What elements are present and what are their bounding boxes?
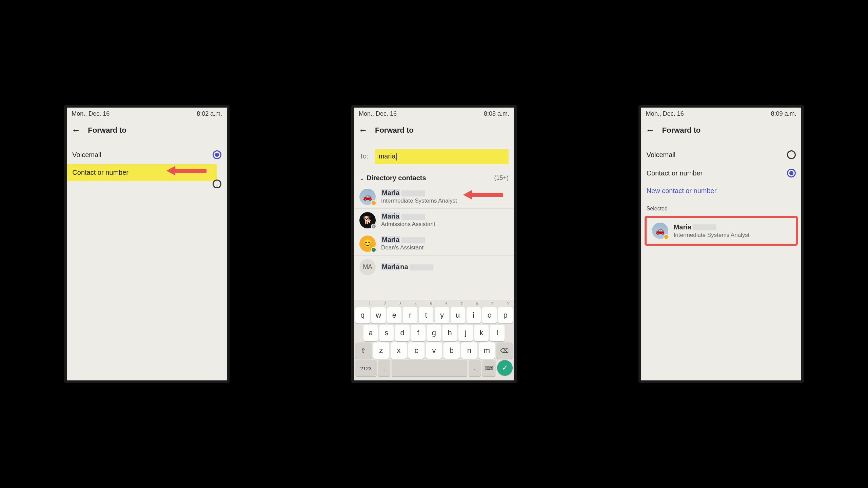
key-u[interactable]: u: [451, 307, 465, 323]
new-contact-or-number-link[interactable]: New contact or number: [641, 182, 801, 200]
status-time: 8:09 a.m.: [771, 110, 796, 117]
status-date: Mon., Dec. 16: [646, 110, 684, 117]
key-k[interactable]: k: [474, 325, 489, 341]
option-contact-or-number[interactable]: Contact or number: [67, 164, 217, 181]
key-c[interactable]: c: [408, 342, 425, 359]
to-field-row: To: maria: [354, 146, 514, 167]
keyboard-row-4: ?123 , . ⌨ ✓: [355, 360, 513, 376]
key-period[interactable]: .: [469, 360, 481, 376]
search-input[interactable]: maria: [375, 149, 509, 164]
key-comma[interactable]: ,: [378, 360, 390, 376]
contact-row[interactable]: Maria Intermediate Systems Analyst: [354, 185, 514, 209]
phone-panel-1: Mon., Dec. 16 8:02 a.m. ← Forward to Voi…: [64, 105, 230, 383]
key-j[interactable]: j: [458, 325, 473, 341]
option-voicemail-label: Voicemail: [72, 151, 101, 159]
back-arrow-icon[interactable]: ←: [359, 125, 368, 135]
key-o[interactable]: o: [482, 307, 497, 323]
presence-available-icon: ✓: [371, 247, 376, 252]
chevron-down-icon: ⌄: [359, 175, 364, 182]
radio-selected-icon[interactable]: [787, 169, 796, 177]
contact-name: Maria: [381, 236, 509, 244]
redacted-surname: [401, 214, 425, 220]
key-n[interactable]: n: [461, 342, 477, 359]
key-b[interactable]: b: [443, 342, 460, 359]
key-s[interactable]: s: [379, 325, 394, 341]
option-voicemail-label: Voicemail: [647, 151, 676, 159]
contact-role: Dean's Assistant: [381, 244, 509, 251]
avatar: MA: [359, 259, 376, 275]
keyboard-number-hints: 1234567890: [355, 302, 513, 306]
option-voicemail[interactable]: Voicemail: [67, 146, 227, 164]
redacted-surname: [401, 237, 425, 243]
key-i[interactable]: i: [467, 307, 481, 323]
app-bar: ← Forward to: [354, 119, 514, 146]
key-r[interactable]: r: [403, 307, 417, 323]
key-t[interactable]: t: [419, 307, 433, 323]
svg-marker-0: [166, 166, 206, 175]
presence-away-icon: [664, 234, 669, 240]
contact-role: Intermediate Systems Analyst: [674, 232, 790, 239]
status-date: Mon., Dec. 16: [72, 110, 110, 117]
key-backspace[interactable]: ⌫: [496, 342, 513, 359]
back-arrow-icon[interactable]: ←: [646, 125, 655, 135]
contact-name: Maria: [381, 212, 509, 220]
contact-name: Maria: [674, 223, 790, 231]
key-q[interactable]: q: [355, 307, 370, 323]
key-space[interactable]: [392, 360, 467, 376]
annotation-highlight-box: Maria Intermediate Systems Analyst: [645, 216, 798, 246]
keyboard-row-3: ⇧ z x c v b n m ⌫: [355, 342, 513, 359]
option-contact-label: Contact or number: [647, 169, 703, 177]
status-bar: Mon., Dec. 16 8:02 a.m.: [67, 108, 227, 119]
to-label: To:: [359, 152, 369, 160]
contact-row[interactable]: × Maria Admissions Assistant: [354, 209, 514, 232]
redacted-surname: [693, 224, 716, 230]
key-e[interactable]: e: [387, 307, 402, 323]
key-shift[interactable]: ⇧: [355, 342, 372, 359]
avatar: ✓: [359, 236, 376, 252]
avatar: ×: [359, 212, 376, 228]
key-p[interactable]: p: [498, 307, 513, 323]
avatar-initials: MA: [363, 263, 372, 270]
key-symbols[interactable]: ?123: [355, 360, 377, 376]
app-bar: ← Forward to: [641, 119, 801, 146]
option-contact-label: Contact or number: [72, 169, 129, 176]
directory-header-label: Directory contacts: [367, 174, 426, 182]
redacted-surname: [401, 190, 425, 196]
presence-away-icon: [371, 200, 376, 206]
page-title: Forward to: [375, 126, 414, 135]
key-g[interactable]: g: [427, 325, 441, 341]
contact-row[interactable]: MA Mariana: [354, 256, 514, 279]
key-a[interactable]: a: [363, 325, 378, 341]
radio-selected-icon[interactable]: [213, 150, 221, 159]
radio-unselected-icon[interactable]: [787, 150, 796, 159]
selected-contact-row[interactable]: Maria Intermediate Systems Analyst: [647, 219, 796, 242]
key-y[interactable]: y: [435, 307, 449, 323]
page-title: Forward to: [88, 126, 126, 135]
key-w[interactable]: w: [371, 307, 386, 323]
status-bar: Mon., Dec. 16 8:09 a.m.: [641, 108, 801, 119]
directory-contacts-header[interactable]: ⌄Directory contacts (15+): [354, 167, 514, 185]
key-x[interactable]: x: [391, 342, 407, 359]
key-keyboard-switch-icon[interactable]: ⌨: [482, 360, 496, 376]
selected-section-label: Selected: [641, 200, 801, 214]
page-title: Forward to: [662, 126, 701, 135]
contact-name: Maria: [381, 189, 509, 197]
avatar: [359, 189, 376, 205]
phone-panel-3: Mon., Dec. 16 8:09 a.m. ← Forward to Voi…: [638, 105, 804, 383]
key-l[interactable]: l: [490, 325, 505, 341]
key-d[interactable]: d: [395, 325, 410, 341]
key-enter-icon[interactable]: ✓: [497, 360, 513, 376]
key-h[interactable]: h: [442, 325, 457, 341]
back-arrow-icon[interactable]: ←: [72, 125, 80, 135]
option-voicemail[interactable]: Voicemail: [641, 146, 801, 164]
option-contact-or-number[interactable]: Contact or number: [641, 164, 801, 182]
key-v[interactable]: v: [426, 342, 442, 359]
contact-role: Admissions Assistant: [381, 221, 509, 228]
contact-role: Intermediate Systems Analyst: [381, 198, 509, 204]
key-m[interactable]: m: [479, 342, 495, 359]
radio-unselected-icon[interactable]: [213, 180, 221, 188]
soft-keyboard[interactable]: 1234567890 q w e r t y u i o p a s d f g…: [354, 300, 514, 380]
key-f[interactable]: f: [411, 325, 426, 341]
contact-row[interactable]: ✓ Maria Dean's Assistant: [354, 232, 514, 256]
key-z[interactable]: z: [373, 342, 389, 359]
